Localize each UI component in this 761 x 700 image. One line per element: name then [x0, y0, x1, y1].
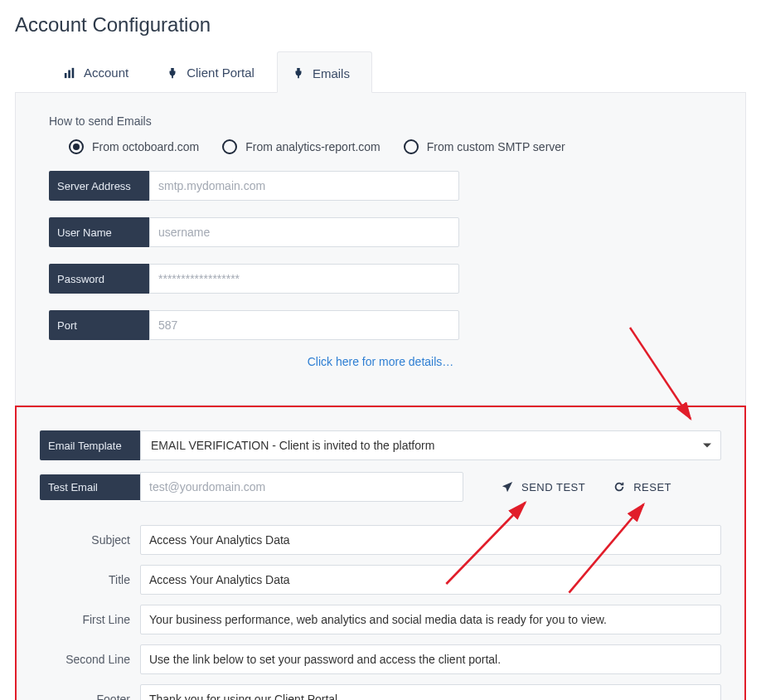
label-password: Password — [49, 264, 149, 294]
label-port: Port — [49, 310, 149, 340]
second-line-input[interactable] — [140, 644, 721, 674]
radio-icon — [222, 139, 237, 154]
test-actions: SEND TEST RESET — [502, 481, 671, 493]
svg-rect-2 — [72, 67, 75, 77]
port-input[interactable] — [149, 310, 459, 340]
radio-from-analytics-report[interactable]: From analytics-report.com — [222, 139, 380, 154]
label-second-line: Second Line — [40, 653, 140, 666]
tabs: Account Client Portal Emails — [15, 51, 746, 93]
field-port: Port — [49, 310, 712, 340]
radio-icon — [69, 139, 84, 154]
tab-label: Emails — [313, 66, 350, 80]
title-input[interactable] — [140, 565, 721, 595]
more-details-link[interactable]: Click here for more details… — [49, 352, 712, 375]
user-name-input[interactable] — [149, 217, 459, 247]
radio-from-custom-smtp[interactable]: From custom SMTP server — [404, 139, 565, 154]
select-value: EMAIL VERIFICATION - Client is invited t… — [151, 439, 434, 452]
email-template-select[interactable]: EMAIL VERIFICATION - Client is invited t… — [140, 430, 721, 460]
label-footer: Footer — [40, 693, 140, 700]
field-password: Password — [49, 264, 712, 294]
subject-input[interactable] — [140, 525, 721, 555]
field-server-address: Server Address — [49, 171, 712, 201]
radio-icon — [404, 139, 419, 154]
svg-rect-0 — [65, 73, 67, 78]
tab-label: Client Portal — [187, 66, 254, 80]
button-label: SEND TEST — [521, 481, 585, 493]
email-template-section: Email Template EMAIL VERIFICATION - Clie… — [15, 406, 746, 700]
field-subject: Subject — [40, 525, 721, 555]
radio-group: From octoboard.com From analytics-report… — [49, 139, 712, 154]
svg-rect-1 — [68, 70, 70, 78]
tab-emails[interactable]: Emails — [277, 51, 372, 93]
how-to-title: How to send Emails — [49, 114, 712, 128]
radio-label: From analytics-report.com — [245, 140, 380, 153]
label-email-template: Email Template — [40, 430, 140, 460]
button-label: RESET — [633, 481, 671, 493]
tab-label: Account — [84, 66, 128, 80]
plug-icon — [167, 67, 178, 79]
field-first-line: First Line — [40, 605, 721, 634]
label-user-name: User Name — [49, 217, 149, 247]
radio-from-octoboard[interactable]: From octoboard.com — [69, 139, 199, 154]
field-email-template: Email Template EMAIL VERIFICATION - Clie… — [40, 430, 721, 460]
plug-icon — [293, 67, 304, 79]
reset-button[interactable]: RESET — [613, 481, 671, 493]
config-panel: Account Client Portal Emails How to send… — [0, 51, 761, 700]
password-input[interactable] — [149, 264, 459, 294]
label-subject: Subject — [40, 533, 140, 547]
radio-label: From octoboard.com — [92, 140, 199, 153]
tab-account[interactable]: Account — [48, 51, 151, 92]
field-user-name: User Name — [49, 217, 712, 247]
field-second-line: Second Line — [40, 644, 721, 674]
chevron-down-icon — [703, 444, 711, 448]
test-email-input[interactable] — [140, 472, 463, 502]
tab-content: How to send Emails From octoboard.com Fr… — [15, 93, 746, 406]
bar-chart-icon — [64, 67, 75, 79]
first-line-input[interactable] — [140, 605, 721, 634]
tab-client-portal[interactable]: Client Portal — [151, 51, 277, 92]
radio-label: From custom SMTP server — [427, 140, 565, 153]
refresh-icon — [613, 481, 625, 493]
page-title: Account Configuration — [0, 0, 761, 51]
label-test-email: Test Email — [40, 474, 140, 500]
field-footer: Footer — [40, 684, 721, 700]
paper-plane-icon — [502, 481, 513, 493]
label-server-address: Server Address — [49, 171, 149, 201]
send-test-button[interactable]: SEND TEST — [502, 481, 585, 493]
server-address-input[interactable] — [149, 171, 459, 201]
field-test-email: Test Email SEND TEST RESET — [40, 472, 721, 502]
label-first-line: First Line — [40, 613, 140, 626]
label-title: Title — [40, 573, 140, 586]
field-title: Title — [40, 565, 721, 595]
footer-input[interactable] — [140, 684, 721, 700]
